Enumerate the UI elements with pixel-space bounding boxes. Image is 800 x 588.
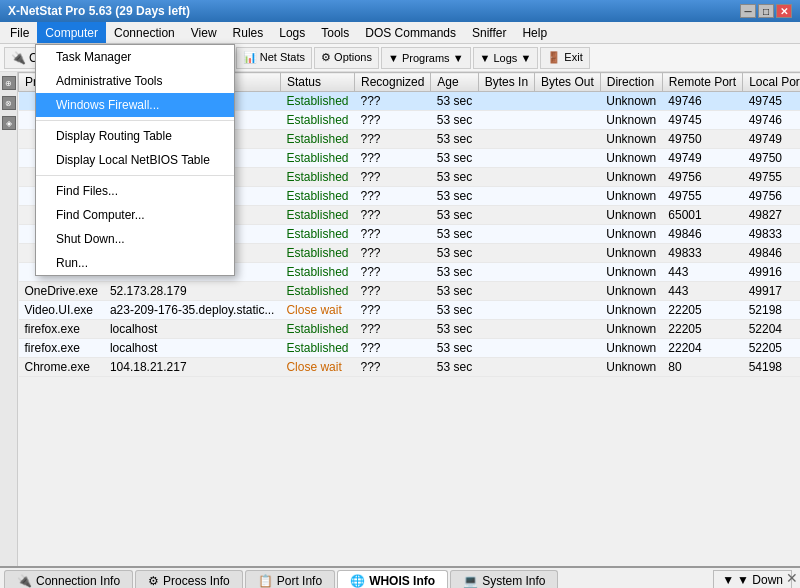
cell-bytesout (535, 206, 601, 225)
cell-local: 52.173.28.179 (104, 282, 281, 301)
toolbar-netstats[interactable]: 📊 Net Stats (236, 47, 312, 69)
dropdown-run[interactable]: Run... (36, 251, 234, 275)
table-row[interactable]: firefox.exe localhost Established ??? 53… (19, 339, 801, 358)
dropdown-netbios-table[interactable]: Display Local NetBIOS Table (36, 148, 234, 172)
table-row[interactable]: Chrome.exe 104.18.21.217 Close wait ??? … (19, 358, 801, 377)
cell-local: localhost (104, 320, 281, 339)
cell-bytesout (535, 149, 601, 168)
sidebar-icon-3[interactable]: ◈ (2, 116, 16, 130)
title-bar: X-NetStat Pro 5.63 (29 Days left) ─ □ ✕ (0, 0, 800, 22)
cell-status: Established (280, 111, 354, 130)
cell-direction: Unknown (600, 111, 662, 130)
cell-bytesin (478, 339, 534, 358)
menu-connection[interactable]: Connection (106, 22, 183, 43)
sidebar-icon-1[interactable]: ⊕ (2, 76, 16, 90)
col-remoteport[interactable]: Remote Port (662, 73, 742, 92)
cell-direction: Unknown (600, 225, 662, 244)
cell-status: Established (280, 282, 354, 301)
cell-direction: Unknown (600, 301, 662, 320)
toolbar-logs[interactable]: ▼ Logs ▼ (473, 47, 539, 69)
panel-close-icon[interactable]: ✕ (786, 570, 798, 586)
cell-status: Close wait (280, 358, 354, 377)
tab-whois-info[interactable]: 🌐 WHOIS Info (337, 570, 448, 588)
dropdown-task-manager[interactable]: Task Manager (36, 45, 234, 69)
cell-age: 53 sec (431, 187, 478, 206)
sidebar-icon-2[interactable]: ⊗ (2, 96, 16, 110)
cell-age: 53 sec (431, 301, 478, 320)
sidebar: ⊕ ⊗ ◈ (0, 72, 18, 566)
cell-direction: Unknown (600, 263, 662, 282)
cell-recognized: ??? (354, 206, 430, 225)
cell-status: Established (280, 225, 354, 244)
cell-localport: 52205 (743, 339, 800, 358)
cell-bytesout (535, 339, 601, 358)
table-row[interactable]: OneDrive.exe 52.173.28.179 Established ?… (19, 282, 801, 301)
cell-age: 53 sec (431, 225, 478, 244)
maximize-button[interactable]: □ (758, 4, 774, 18)
cell-status: Established (280, 187, 354, 206)
col-age[interactable]: Age (431, 73, 478, 92)
cell-localport: 49916 (743, 263, 800, 282)
cell-recognized: ??? (354, 320, 430, 339)
menu-sniffer[interactable]: Sniffer (464, 22, 514, 43)
menu-tools[interactable]: Tools (313, 22, 357, 43)
cell-bytesout (535, 263, 601, 282)
menu-bar: File Computer Connection View Rules Logs… (0, 22, 800, 44)
col-recognized[interactable]: Recognized (354, 73, 430, 92)
toolbar-exit[interactable]: 🚪 Exit (540, 47, 589, 69)
cell-remoteport: 49755 (662, 187, 742, 206)
cell-bytesout (535, 282, 601, 301)
menu-help[interactable]: Help (514, 22, 555, 43)
cell-bytesin (478, 187, 534, 206)
cell-process: firefox.exe (19, 339, 104, 358)
tab-system-info[interactable]: 💻 System Info (450, 570, 558, 588)
toolbar-programs[interactable]: ▼ Programs ▼ (381, 47, 471, 69)
cell-recognized: ??? (354, 244, 430, 263)
cell-bytesin (478, 282, 534, 301)
dropdown-routing-table[interactable]: Display Routing Table (36, 124, 234, 148)
toolbar-options[interactable]: ⚙ Options (314, 47, 379, 69)
cell-age: 53 sec (431, 130, 478, 149)
cell-bytesin (478, 244, 534, 263)
dropdown-windows-firewall[interactable]: Windows Firewall... (36, 93, 234, 117)
cell-remoteport: 49846 (662, 225, 742, 244)
menu-view[interactable]: View (183, 22, 225, 43)
close-button[interactable]: ✕ (776, 4, 792, 18)
menu-computer[interactable]: Computer (37, 22, 106, 43)
cell-recognized: ??? (354, 130, 430, 149)
cell-recognized: ??? (354, 358, 430, 377)
system-info-icon: 💻 (463, 574, 478, 588)
menu-dos[interactable]: DOS Commands (357, 22, 464, 43)
cell-remoteport: 22205 (662, 301, 742, 320)
cell-recognized: ??? (354, 263, 430, 282)
tab-connection-info[interactable]: 🔌 Connection Info (4, 570, 133, 588)
dropdown-shutdown[interactable]: Shut Down... (36, 227, 234, 251)
col-localport[interactable]: Local Port (743, 73, 800, 92)
dropdown-find-computer[interactable]: Find Computer... (36, 203, 234, 227)
cell-localport: 49745 (743, 92, 800, 111)
table-row[interactable]: firefox.exe localhost Established ??? 53… (19, 320, 801, 339)
tab-port-info[interactable]: 📋 Port Info (245, 570, 335, 588)
menu-file[interactable]: File (2, 22, 37, 43)
cell-process: Chrome.exe (19, 358, 104, 377)
cell-process: OneDrive.exe (19, 282, 104, 301)
bottom-tabs-wrapper: 🔌 Connection Info ⚙ Process Info 📋 Port … (0, 568, 800, 588)
menu-logs[interactable]: Logs (271, 22, 313, 43)
dropdown-admin-tools[interactable]: Administrative Tools (36, 69, 234, 93)
dropdown-find-files[interactable]: Find Files... (36, 179, 234, 203)
cell-age: 53 sec (431, 320, 478, 339)
col-bytesout[interactable]: Bytes Out (535, 73, 601, 92)
bottom-tabs: 🔌 Connection Info ⚙ Process Info 📋 Port … (0, 568, 800, 588)
col-bytesin[interactable]: Bytes In (478, 73, 534, 92)
menu-rules[interactable]: Rules (225, 22, 272, 43)
cell-remoteport: 22204 (662, 339, 742, 358)
col-direction[interactable]: Direction (600, 73, 662, 92)
minimize-button[interactable]: ─ (740, 4, 756, 18)
down-button[interactable]: ▼ ▼ Down (713, 570, 792, 588)
tab-process-info[interactable]: ⚙ Process Info (135, 570, 243, 588)
cell-recognized: ??? (354, 301, 430, 320)
computer-dropdown: Task Manager Administrative Tools Window… (35, 44, 235, 276)
table-row[interactable]: Video.UI.exe a23-209-176-35.deploy.stati… (19, 301, 801, 320)
cell-bytesout (535, 358, 601, 377)
col-status[interactable]: Status (280, 73, 354, 92)
